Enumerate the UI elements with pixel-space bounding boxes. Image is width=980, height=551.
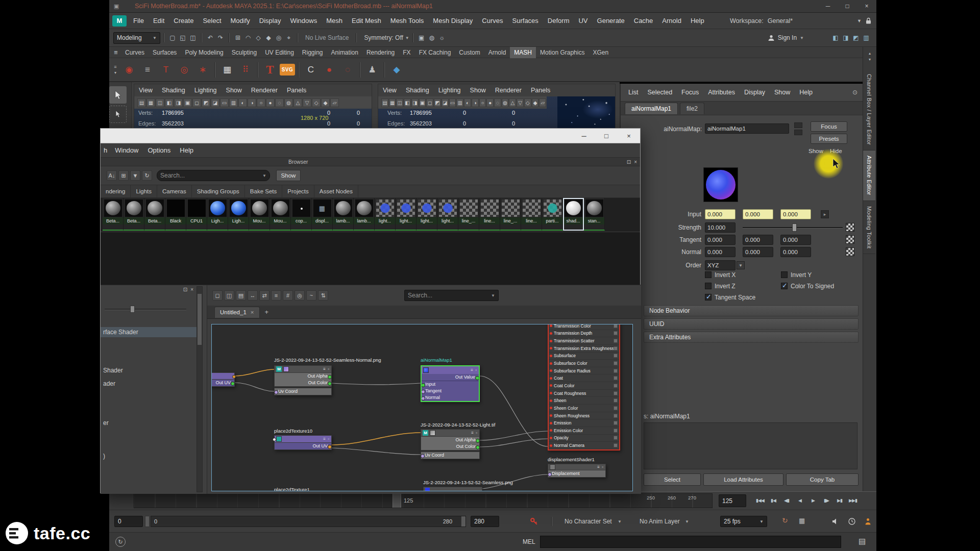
curve-tool-icon[interactable]: C [302, 61, 320, 79]
viewport-toggle-icon[interactable]: ◨ [411, 98, 419, 107]
material-swatch[interactable]: stan... [584, 198, 605, 231]
create-panel-slider-track[interactable] [105, 309, 186, 310]
shelf-tab[interactable]: XGen [589, 47, 612, 58]
hotkey-editor-icon[interactable] [865, 518, 871, 525]
step-back-frame-button[interactable]: ◀▮ [780, 494, 793, 507]
menu-item[interactable]: Help [686, 13, 709, 29]
current-time-marker[interactable] [393, 494, 401, 508]
input-connections-icon[interactable]: ↔ [248, 290, 258, 300]
anim-layer-arrow[interactable]: ▼ [685, 519, 689, 524]
attribute-editor-menu-item[interactable]: Attributes [703, 89, 740, 96]
node-header-icons[interactable]: ≡ ▫ [597, 465, 604, 469]
surface-port[interactable]: Opacity [549, 435, 619, 442]
menu-item[interactable]: Display [255, 13, 286, 29]
material-swatch[interactable]: displ... [312, 198, 333, 231]
menu-item[interactable]: Cache [629, 13, 658, 29]
script-editor-icon[interactable]: ▤ [859, 537, 866, 546]
sort-az-icon[interactable]: A↓ [107, 170, 117, 181]
mash-type-icon[interactable]: T [157, 61, 175, 79]
mute-sounds-icon[interactable] [832, 518, 840, 525]
port-normal[interactable]: Normal [422, 394, 479, 401]
mel-command-input[interactable] [540, 536, 841, 548]
node-place2d-texture-10[interactable]: ≡ ▫ Out UV [274, 435, 332, 450]
tangent-z-field[interactable]: 0.000 [780, 235, 811, 245]
browser-search-input[interactable]: Search... ▼ [157, 170, 270, 181]
load-attributes-button[interactable]: Load Attributes [703, 473, 783, 486]
material-swatch[interactable]: Beta... [103, 198, 124, 231]
go-to-end-button[interactable]: ▶▶▮ [846, 494, 860, 507]
menu-item[interactable]: Curves [477, 13, 507, 29]
create-panel-slider-handle[interactable] [130, 306, 135, 313]
minimize-button[interactable]: ─ [818, 0, 838, 13]
attribute-editor-menu-item[interactable]: Focus [677, 89, 703, 96]
render-settings-icon[interactable]: ☼ [437, 33, 447, 43]
surface-port[interactable]: Coat Color [549, 382, 619, 390]
material-swatch[interactable]: Ligh... [228, 198, 249, 231]
port-out-alpha[interactable]: Out Alpha [421, 437, 479, 443]
new-scene-icon[interactable]: ▢ [168, 33, 177, 43]
viewport-toggle-icon[interactable]: ◐ [238, 98, 247, 107]
current-frame-field[interactable]: 125 [719, 494, 746, 507]
input-x-field[interactable]: 0.000 [705, 209, 736, 219]
material-swatch[interactable]: Mou... [249, 198, 270, 231]
surface-port[interactable]: Transmission Depth [549, 330, 619, 338]
viewport-toggle-icon[interactable]: ▭ [449, 98, 456, 107]
node-header-icons[interactable]: ≡ ▫ [323, 367, 330, 371]
redo-icon[interactable]: ↷ [216, 33, 225, 43]
circle-filled-icon[interactable]: ● [321, 61, 338, 79]
type-tool-icon[interactable]: T [261, 61, 279, 79]
node-ai-normal-map[interactable]: ≡ ▫ Out Value Input Tangent Normal [421, 365, 480, 402]
material-swatch[interactable]: lamb... [333, 198, 354, 231]
step-forward-frame-button[interactable]: ▮▶ [820, 494, 833, 507]
viewport-toggle-icon[interactable]: ◩ [202, 98, 210, 107]
viewport-toggle-icon[interactable]: ▽ [303, 98, 311, 107]
surface-port[interactable]: Sheen [549, 397, 619, 405]
material-swatch[interactable]: Mou... [270, 198, 291, 231]
create-panel-close-icon[interactable]: × [190, 287, 193, 292]
surface-port[interactable]: Subsurface Color [549, 360, 619, 367]
viewport-toggle-icon[interactable]: ◇ [524, 98, 531, 107]
hypershade-menu-item[interactable]: Help [175, 143, 198, 157]
shelf-tab[interactable]: Rendering [362, 47, 399, 58]
sidebar-tab[interactable]: Channel Box / Layer Editor [863, 69, 875, 151]
node-header-icons[interactable]: ≡ ▫ [471, 368, 477, 372]
range-start-handle[interactable] [145, 516, 150, 527]
snap-plane-icon[interactable]: ◆ [264, 33, 273, 43]
snap-curve-icon[interactable]: ◠ [243, 33, 253, 43]
viewport-menu-item[interactable]: Renderer [491, 87, 526, 94]
viewport-toggle-icon[interactable]: ▤ [381, 98, 388, 107]
open-scene-icon[interactable]: ◱ [178, 33, 187, 43]
viewport-toggle-icon[interactable]: ○ [257, 98, 265, 107]
viewport-menu-item[interactable]: Shading [401, 87, 434, 94]
viewport-toggle-icon[interactable]: ◍ [284, 98, 293, 107]
show-filter-button[interactable]: Show [276, 170, 301, 181]
viewport-menu-item[interactable]: Show [222, 87, 247, 94]
search-dropdown-arrow[interactable]: ▼ [491, 293, 495, 298]
node-name-field[interactable]: aiNormalMap1 [705, 123, 789, 134]
window-title-bar[interactable]: ▣ SciFi MotherBroad.mb* - Autodesk MAYA … [109, 0, 876, 13]
input-connection-button[interactable]: ▸ [821, 210, 829, 218]
menu-item[interactable]: Modify [226, 13, 255, 29]
in-port-dot[interactable] [273, 438, 276, 441]
lasso-tool-button[interactable] [109, 106, 127, 123]
viewport-toggle-icon[interactable]: ◩ [434, 98, 441, 107]
shelf-tab[interactable]: Surfaces [149, 47, 181, 58]
copy-tab-button[interactable]: Copy Tab [786, 473, 859, 486]
viewport-toggle-icon[interactable]: ◍ [502, 98, 509, 107]
graph-tab-untitled[interactable]: Untitled_1 × [214, 307, 260, 318]
material-swatch[interactable]: Black [165, 198, 186, 231]
node-file-seamless-normal[interactable]: M ≡ ▫ Out Alpha Out Color Uv Coord [274, 365, 332, 395]
tangent-y-field[interactable]: 0.000 [743, 235, 773, 245]
set-key-icon[interactable] [530, 517, 538, 525]
character-icon[interactable]: ♟ [363, 61, 381, 79]
tangent-space-checkbox[interactable] [705, 294, 712, 300]
viewport-toggle-icon[interactable]: ▥ [229, 98, 238, 107]
shelf-tab[interactable]: Animation [327, 47, 362, 58]
port-out-value[interactable]: Out Value [422, 374, 479, 381]
surface-port[interactable]: Coat Roughness [549, 390, 619, 397]
order-dropdown[interactable]: XYZ [705, 260, 736, 270]
viewport-menu-item[interactable]: Panels [526, 87, 555, 94]
attribute-editor-menu-item[interactable]: List [624, 89, 643, 96]
shelf-tab[interactable]: Motion Graphics [536, 47, 589, 58]
sidebar-tab[interactable]: Attribute Editor [863, 151, 875, 201]
